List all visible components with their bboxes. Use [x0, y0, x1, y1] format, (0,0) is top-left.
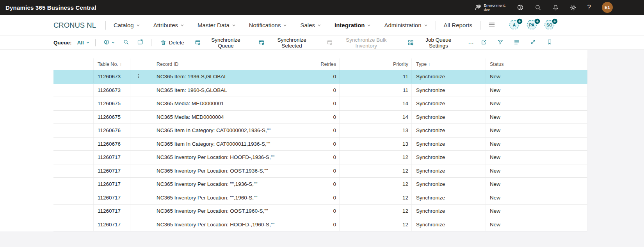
- table-row[interactable]: 11260717 NC365 Inventory Per Location: "…: [53, 191, 587, 205]
- nav-item-notifications[interactable]: Notifications: [249, 22, 287, 28]
- cell-table-no: 11260717: [94, 205, 130, 218]
- divider: [95, 39, 96, 46]
- job-queue-list: Table No. ↑ Record ID Retries Priority T…: [53, 50, 587, 231]
- cell-record-id: NC365 Inventory Per Location: "",1960-S,…: [154, 191, 316, 205]
- topbar-actions: Environment: dev ? E1: [474, 2, 644, 13]
- table-row[interactable]: 11260676 NC365 Item In Category: CAT0000…: [53, 138, 587, 151]
- show-list-button[interactable]: [511, 37, 522, 48]
- table-row[interactable]: 11260675 NC365 Media: MED0000004 0 14 Sy…: [53, 111, 587, 124]
- table-row[interactable]: 11260717 NC365 Inventory Per Location: O…: [53, 205, 587, 218]
- column-header-priority[interactable]: Priority: [340, 58, 412, 70]
- focus-mode-icon: [137, 39, 143, 46]
- cell-type: Synchronize: [412, 70, 486, 83]
- table-row[interactable]: 11260673 NC365 Item: 1960-S,GLOBAL 0 11 …: [53, 84, 587, 97]
- cell-type: Synchronize: [412, 178, 486, 191]
- hex-badge-so[interactable]: SO: [543, 18, 558, 32]
- table-no-link[interactable]: 11260717: [98, 181, 121, 187]
- table-row[interactable]: 11260717 NC365 Inventory Per Location: O…: [53, 164, 587, 178]
- chevron-down-icon: [111, 40, 115, 46]
- nav-item-label: Catalog: [114, 22, 134, 28]
- focus-mode-button[interactable]: [135, 37, 146, 48]
- divider: [105, 21, 106, 30]
- cell-table-no: 11260717: [94, 178, 130, 191]
- synchronize-queue-button[interactable]: Synchronize Queue: [192, 35, 251, 50]
- search-icon: [535, 4, 541, 11]
- help-button[interactable]: ?: [587, 4, 591, 11]
- cell-record-id: NC365 Inventory Per Location: "",1936-S,…: [154, 178, 316, 191]
- environment-button[interactable]: Environment: dev: [474, 3, 506, 12]
- table-row[interactable]: 11260717 NC365 Inventory Per Location: H…: [53, 218, 587, 232]
- table-row[interactable]: 11260676 NC365 Item In Category: CAT0000…: [53, 124, 587, 138]
- table-no-link[interactable]: 11260717: [98, 154, 121, 160]
- nav-item-master-data[interactable]: Master Data: [197, 22, 236, 28]
- company-name[interactable]: CRONUS NL: [53, 21, 96, 30]
- avatar[interactable]: E1: [602, 2, 613, 13]
- row-more-options-icon[interactable]: [136, 73, 141, 80]
- table-no-link[interactable]: 11260675: [98, 114, 121, 120]
- cell-type: Synchronize: [412, 151, 486, 164]
- table-no-link[interactable]: 11260717: [98, 222, 121, 228]
- table-row[interactable]: 11260675 NC365 Media: MED0000001 0 14 Sy…: [53, 97, 587, 111]
- cell-priority: 12: [340, 178, 412, 191]
- delete-button[interactable]: Delete: [157, 38, 188, 47]
- search-list-button[interactable]: [121, 37, 132, 48]
- table-no-link[interactable]: 11260673: [98, 74, 121, 79]
- column-header-record-id[interactable]: Record ID: [154, 58, 316, 70]
- search-button[interactable]: [535, 4, 541, 11]
- column-header-type[interactable]: Type ↑: [412, 58, 486, 70]
- cell-type: Synchronize: [412, 138, 486, 151]
- svg-text:PA: PA: [529, 22, 535, 27]
- table-no-link[interactable]: 11260676: [98, 127, 121, 133]
- table-no-link[interactable]: 11260717: [98, 195, 121, 201]
- nav-item-all-reports[interactable]: All Reports: [444, 22, 472, 28]
- cell-type: Synchronize: [412, 84, 486, 97]
- navigation-bar: CRONUS NL CatalogAttributesMaster DataNo…: [0, 15, 644, 36]
- queue-filter-dropdown[interactable]: All: [77, 40, 90, 46]
- expand-button[interactable]: [528, 37, 539, 48]
- table-row[interactable]: 11260717 NC365 Inventory Per Location: H…: [53, 151, 587, 164]
- column-header-table-no[interactable]: Table No. ↑: [94, 58, 130, 70]
- settings-button[interactable]: [570, 4, 576, 11]
- column-header-status[interactable]: Status: [486, 58, 587, 70]
- settings-icon: [570, 4, 576, 11]
- bookmark-button[interactable]: [544, 37, 555, 48]
- cell-priority: 12: [340, 151, 412, 164]
- table-row[interactable]: 11260673 NC365 Item: 1936-S,GLOBAL 0 11 …: [53, 70, 587, 84]
- analyze-button[interactable]: [101, 37, 117, 48]
- cell-retries: 0: [316, 111, 340, 124]
- cell-gutter: [53, 138, 94, 151]
- jobqueue-icon: [408, 40, 414, 46]
- dynamics-365-button[interactable]: [517, 4, 524, 11]
- more-menu-icon[interactable]: [488, 21, 495, 29]
- table-row[interactable]: 11260717 NC365 Inventory Per Location: "…: [53, 178, 587, 191]
- action-label: Synchronize Bulk Inventory: [336, 37, 397, 49]
- nav-item-catalog[interactable]: Catalog: [114, 22, 140, 28]
- cell-priority: 13: [340, 124, 412, 137]
- table-no-link[interactable]: 11260673: [98, 87, 121, 93]
- hex-badge-pa[interactable]: PA: [525, 18, 541, 32]
- table-no-link[interactable]: 11260717: [98, 168, 121, 174]
- table-no-link[interactable]: 11260676: [98, 141, 121, 147]
- cell-more: [130, 218, 154, 231]
- nav-item-integration[interactable]: Integration: [334, 22, 371, 28]
- nav-item-sales[interactable]: Sales: [300, 22, 321, 28]
- hex-badge-a[interactable]: A: [507, 18, 523, 32]
- job-queue-settings-button[interactable]: Job Queue Settings: [404, 35, 464, 50]
- cell-record-id: NC365 Media: MED0000004: [154, 111, 316, 124]
- table-header-row: Table No. ↑ Record ID Retries Priority T…: [53, 58, 587, 70]
- table-no-link[interactable]: 11260675: [98, 101, 121, 106]
- cell-more: [130, 138, 154, 151]
- column-header-retries[interactable]: Retries: [316, 58, 340, 70]
- more-actions-button[interactable]: …: [464, 38, 479, 47]
- nav-item-label: Master Data: [197, 22, 229, 28]
- share-button[interactable]: [479, 37, 489, 48]
- nav-item-attributes[interactable]: Attributes: [153, 22, 184, 28]
- nav-item-administration[interactable]: Administration: [384, 22, 427, 28]
- filter-button[interactable]: [495, 37, 506, 48]
- cell-priority: 11: [340, 84, 412, 97]
- divider: [151, 39, 151, 46]
- cell-more: [130, 178, 154, 191]
- notifications-button[interactable]: [552, 4, 559, 11]
- synchronize-selected-button[interactable]: Synchronize Selected: [255, 35, 320, 50]
- table-no-link[interactable]: 11260717: [98, 208, 121, 214]
